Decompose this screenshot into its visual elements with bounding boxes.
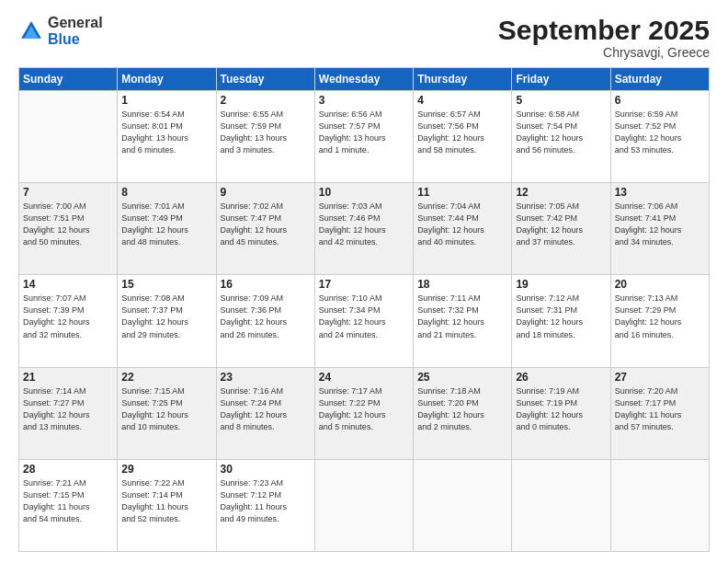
calendar-day-cell	[414, 459, 512, 551]
day-info: Sunrise: 7:06 AMSunset: 7:41 PMDaylight:…	[615, 201, 705, 248]
calendar-day-cell: 24Sunrise: 7:17 AMSunset: 7:22 PMDayligh…	[314, 367, 413, 459]
day-info: Sunrise: 6:55 AMSunset: 7:59 PMDaylight:…	[221, 109, 311, 156]
day-number: 2	[221, 94, 311, 107]
calendar-day-cell: 23Sunrise: 7:16 AMSunset: 7:24 PMDayligh…	[216, 367, 314, 459]
calendar-day-cell	[610, 459, 709, 551]
day-number: 6	[615, 94, 705, 107]
calendar-day-cell: 8Sunrise: 7:01 AMSunset: 7:49 PMDaylight…	[118, 183, 216, 275]
calendar-day-cell: 20Sunrise: 7:13 AMSunset: 7:29 PMDayligh…	[610, 275, 709, 367]
calendar-day-cell: 1Sunrise: 6:54 AMSunset: 8:01 PMDaylight…	[118, 91, 216, 183]
calendar-day-cell: 2Sunrise: 6:55 AMSunset: 7:59 PMDaylight…	[216, 91, 314, 183]
calendar-day-cell	[19, 91, 118, 183]
calendar-day-header: Wednesday	[314, 68, 413, 91]
calendar-day-cell: 29Sunrise: 7:22 AMSunset: 7:14 PMDayligh…	[118, 459, 216, 551]
day-info: Sunrise: 7:05 AMSunset: 7:42 PMDaylight:…	[516, 201, 606, 248]
day-number: 30	[221, 463, 311, 476]
day-number: 8	[121, 186, 211, 199]
logo-general: General	[48, 15, 103, 31]
calendar-day-cell: 13Sunrise: 7:06 AMSunset: 7:41 PMDayligh…	[610, 183, 709, 275]
day-info: Sunrise: 6:59 AMSunset: 7:52 PMDaylight:…	[615, 109, 705, 156]
day-number: 25	[417, 371, 507, 384]
day-number: 11	[417, 186, 507, 199]
calendar-day-header: Monday	[118, 68, 216, 91]
day-info: Sunrise: 7:16 AMSunset: 7:24 PMDaylight:…	[221, 385, 311, 433]
calendar-week-row: 28Sunrise: 7:21 AMSunset: 7:15 PMDayligh…	[19, 459, 710, 551]
calendar-header-row: SundayMondayTuesdayWednesdayThursdayFrid…	[19, 68, 710, 91]
calendar-day-cell: 6Sunrise: 6:59 AMSunset: 7:52 PMDaylight…	[610, 91, 709, 183]
day-number: 4	[417, 94, 507, 107]
logo-blue: Blue	[48, 31, 103, 48]
calendar-day-cell: 21Sunrise: 7:14 AMSunset: 7:27 PMDayligh…	[19, 367, 118, 459]
calendar-day-cell: 15Sunrise: 7:08 AMSunset: 7:37 PMDayligh…	[118, 275, 216, 367]
calendar-day-header: Saturday	[610, 68, 709, 91]
calendar-day-header: Tuesday	[216, 68, 314, 91]
day-number: 14	[23, 278, 113, 291]
calendar-day-cell	[512, 459, 610, 551]
day-number: 3	[319, 94, 409, 107]
day-number: 9	[221, 186, 311, 199]
day-info: Sunrise: 7:20 AMSunset: 7:17 PMDaylight:…	[615, 385, 705, 433]
calendar-day-cell: 28Sunrise: 7:21 AMSunset: 7:15 PMDayligh…	[19, 459, 118, 551]
day-info: Sunrise: 7:09 AMSunset: 7:36 PMDaylight:…	[221, 293, 311, 340]
day-info: Sunrise: 6:57 AMSunset: 7:56 PMDaylight:…	[417, 109, 507, 156]
calendar-week-row: 1Sunrise: 6:54 AMSunset: 8:01 PMDaylight…	[19, 91, 710, 183]
calendar-week-row: 14Sunrise: 7:07 AMSunset: 7:39 PMDayligh…	[19, 275, 710, 367]
day-number: 1	[121, 94, 211, 107]
calendar-day-cell: 11Sunrise: 7:04 AMSunset: 7:44 PMDayligh…	[414, 183, 512, 275]
calendar-day-cell: 30Sunrise: 7:23 AMSunset: 7:12 PMDayligh…	[216, 459, 314, 551]
calendar-day-cell: 16Sunrise: 7:09 AMSunset: 7:36 PMDayligh…	[216, 275, 314, 367]
day-info: Sunrise: 6:56 AMSunset: 7:57 PMDaylight:…	[319, 109, 409, 156]
day-number: 27	[615, 371, 705, 384]
calendar-day-header: Sunday	[19, 68, 118, 91]
day-info: Sunrise: 7:01 AMSunset: 7:49 PMDaylight:…	[121, 201, 211, 248]
day-number: 17	[319, 278, 409, 291]
calendar-day-cell: 19Sunrise: 7:12 AMSunset: 7:31 PMDayligh…	[512, 275, 610, 367]
day-info: Sunrise: 7:22 AMSunset: 7:14 PMDaylight:…	[121, 477, 211, 525]
day-number: 26	[516, 371, 606, 384]
day-number: 15	[121, 278, 211, 291]
day-info: Sunrise: 6:54 AMSunset: 8:01 PMDaylight:…	[121, 109, 211, 156]
calendar-day-header: Thursday	[414, 68, 512, 91]
month-title: September 2025	[498, 15, 710, 45]
day-info: Sunrise: 7:04 AMSunset: 7:44 PMDaylight:…	[417, 201, 507, 248]
calendar-day-cell: 18Sunrise: 7:11 AMSunset: 7:32 PMDayligh…	[414, 275, 512, 367]
day-info: Sunrise: 7:14 AMSunset: 7:27 PMDaylight:…	[23, 385, 113, 433]
page-header: General Blue September 2025 Chrysavgi, G…	[18, 15, 710, 60]
day-number: 7	[23, 186, 113, 199]
day-number: 12	[516, 186, 606, 199]
day-number: 16	[221, 278, 311, 291]
day-info: Sunrise: 7:07 AMSunset: 7:39 PMDaylight:…	[23, 293, 113, 340]
day-number: 10	[319, 186, 409, 199]
calendar-day-cell: 26Sunrise: 7:19 AMSunset: 7:19 PMDayligh…	[512, 367, 610, 459]
day-info: Sunrise: 7:21 AMSunset: 7:15 PMDaylight:…	[23, 477, 113, 525]
day-info: Sunrise: 7:18 AMSunset: 7:20 PMDaylight:…	[417, 385, 507, 433]
day-number: 19	[516, 278, 606, 291]
day-number: 13	[615, 186, 705, 199]
day-info: Sunrise: 7:02 AMSunset: 7:47 PMDaylight:…	[221, 201, 311, 248]
day-number: 22	[121, 371, 211, 384]
calendar-table: SundayMondayTuesdayWednesdayThursdayFrid…	[18, 67, 710, 552]
day-number: 28	[23, 463, 113, 476]
day-info: Sunrise: 7:00 AMSunset: 7:51 PMDaylight:…	[23, 201, 113, 248]
day-number: 5	[516, 94, 606, 107]
calendar-week-row: 21Sunrise: 7:14 AMSunset: 7:27 PMDayligh…	[19, 367, 710, 459]
calendar-day-cell: 9Sunrise: 7:02 AMSunset: 7:47 PMDaylight…	[216, 183, 314, 275]
calendar-day-cell: 3Sunrise: 6:56 AMSunset: 7:57 PMDaylight…	[314, 91, 413, 183]
day-number: 24	[319, 371, 409, 384]
day-info: Sunrise: 7:19 AMSunset: 7:19 PMDaylight:…	[516, 385, 606, 433]
calendar-day-cell: 10Sunrise: 7:03 AMSunset: 7:46 PMDayligh…	[314, 183, 413, 275]
day-info: Sunrise: 7:17 AMSunset: 7:22 PMDaylight:…	[319, 385, 409, 433]
day-info: Sunrise: 7:13 AMSunset: 7:29 PMDaylight:…	[615, 293, 705, 340]
calendar-day-cell: 22Sunrise: 7:15 AMSunset: 7:25 PMDayligh…	[118, 367, 216, 459]
calendar-day-header: Friday	[512, 68, 610, 91]
location: Chrysavgi, Greece	[498, 45, 710, 60]
day-number: 21	[23, 371, 113, 384]
logo: General Blue	[18, 15, 103, 47]
calendar-day-cell: 27Sunrise: 7:20 AMSunset: 7:17 PMDayligh…	[610, 367, 709, 459]
day-info: Sunrise: 7:23 AMSunset: 7:12 PMDaylight:…	[221, 477, 311, 525]
day-number: 18	[417, 278, 507, 291]
calendar-day-cell: 4Sunrise: 6:57 AMSunset: 7:56 PMDaylight…	[414, 91, 512, 183]
title-block: September 2025 Chrysavgi, Greece	[498, 15, 710, 60]
calendar-day-cell: 14Sunrise: 7:07 AMSunset: 7:39 PMDayligh…	[19, 275, 118, 367]
day-number: 20	[615, 278, 705, 291]
